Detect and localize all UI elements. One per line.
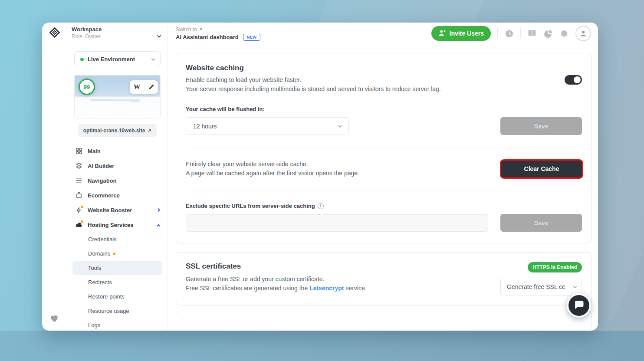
wordpress-admin-button[interactable]: W [130,83,144,91]
cloud-icon [75,221,82,229]
subitem-label: Restore points [88,289,125,304]
feedback-heart-icon[interactable] [48,312,61,326]
divider [520,28,521,39]
caching-toggle[interactable] [565,75,582,85]
site-preview-thumbnail[interactable]: 99 W [74,75,161,118]
ssl-desc-line1: Generate a free SSL or add your custom c… [186,275,367,284]
sidebar-item-navigation[interactable]: Navigation [67,173,168,188]
notification-dot [81,206,83,208]
switch-to-text: Switch to [176,26,197,33]
subitem-label: Logs [88,318,100,331]
sidebar-item-website-booster[interactable]: Website Booster [67,203,168,217]
sidebar-subitem-redirects[interactable]: Redirects [72,275,162,289]
next-card-partial [176,311,592,331]
sidebar-menu: Main AI Builder Navigation [67,144,168,331]
ssl-certificates-card: SSL certificates Generate a free SSL or … [176,252,592,305]
workspace-title: Workspace [72,26,161,33]
external-link-icon [148,127,151,135]
chevron-down-icon [158,32,161,39]
main-content: Website caching Enable caching to load y… [168,44,598,331]
subitem-label: Domains [88,246,110,261]
ai-assistant-dashboard-link[interactable]: AI Assistant dashboard [176,34,239,40]
external-link-icon [199,26,203,33]
sidebar-subitem-domains[interactable]: Domains [72,246,162,261]
exclude-section: Exclude specific URLs from server-side c… [186,203,582,232]
app-window: Workspace Role: Owner Switch to AI Assis… [42,23,598,331]
sidebar-item-ai-builder[interactable]: AI Builder [67,158,168,173]
exclude-urls-input[interactable] [186,214,488,232]
site-domain-link[interactable]: optimal-crane.10web.site [78,124,157,137]
invite-users-button[interactable]: Invite Users [431,26,491,41]
sidebar-item-main[interactable]: Main [67,144,168,158]
switch-to-label: Switch to [176,26,260,33]
clear-desc-line1: Entirely clear your website server-side … [186,160,359,169]
divider [497,28,498,39]
ssl-certificate-select[interactable]: Generate free SSL ce [500,278,582,295]
docs-book-icon[interactable] [527,29,537,38]
main-header: Switch to AI Assistant dashboard NEW [168,23,598,44]
profile-avatar[interactable] [575,26,591,41]
subitem-label: Credentials [88,232,117,246]
invite-user-icon [438,29,446,38]
layers-icon [75,162,82,170]
shopping-bag-icon [75,192,82,199]
ssl-actions: HTTPS Is Enabled Generate free SSL ce [500,262,582,295]
clear-cache-button[interactable]: Clear Cache [501,161,582,177]
sidebar-item-ecommerce[interactable]: Ecommerce [67,188,168,203]
caching-desc-line2: Your server response including multimedi… [186,85,441,94]
info-icon[interactable]: i [318,203,324,209]
quick-actions-box: W [130,80,158,94]
subitem-label: Redirects [88,275,112,289]
sidebar-subitem-credentials[interactable]: Credentials [72,232,162,246]
flush-section: Your cache will be flushed in: 12 hours … [186,106,582,135]
ssl-desc-suffix: service. [344,285,366,292]
sidebar-subitem-logs[interactable]: Logs [72,318,162,331]
sidebar: Live Environment 99 W optimal-crane.10we… [67,44,168,331]
history-clock-icon[interactable] [504,29,514,38]
sidebar-item-label: Hosting Services [88,222,152,228]
sidebar-subitem-restore-points[interactable]: Restore points [72,289,162,304]
exclude-save-button[interactable]: Save [500,214,582,232]
ssl-header: SSL certificates Generate a free SSL or … [186,262,367,295]
workspace-role: Role: Owner [72,33,161,39]
notification-dot [81,220,83,223]
background-band [0,331,644,361]
flush-label: Your cache will be flushed in: [186,106,582,112]
sidebar-subitem-resource-usage[interactable]: Resource usage [72,304,162,318]
divider [186,191,582,191]
ssl-select-value: Generate free SSL ce [507,283,565,290]
environment-label: Live Environment [88,56,152,62]
top-bar: Workspace Role: Owner Switch to AI Assis… [42,23,598,44]
tenweb-logo-icon[interactable] [49,26,61,40]
workspace-switcher[interactable]: Workspace Role: Owner [67,23,168,44]
edit-pencil-icon[interactable] [145,84,158,90]
divider [186,148,582,148]
flush-interval-select[interactable]: 12 hours [186,117,349,135]
flush-save-button[interactable]: Save [500,117,582,135]
chevron-up-icon [157,224,160,228]
domain-text: optimal-crane.10web.site [83,128,145,134]
chevron-right-icon [157,208,160,212]
letsencrypt-link[interactable]: Letsencrypt [309,285,344,292]
clear-desc-line2: A page will be cached again after the fi… [186,169,359,178]
booster-bolt-icon [75,207,82,214]
environment-select[interactable]: Live Environment [74,51,161,67]
new-badge: NEW [243,34,261,41]
menu-lines-icon [75,177,82,184]
notification-dot [113,253,115,255]
usage-pie-icon[interactable] [543,29,553,38]
dashboard-row: AI Assistant dashboard NEW [176,34,260,41]
invite-users-label: Invite Users [450,30,484,37]
caching-header: Website caching Enable caching to load y… [186,64,441,94]
ssl-desc-prefix: Free SSL certificates are generated usin… [186,285,309,292]
sidebar-item-label: Main [88,148,160,154]
support-chat-button[interactable] [567,293,591,318]
caching-desc-line1: Enable caching to load your website fast… [186,75,441,85]
subitem-label: Resource usage [88,304,129,318]
pagespeed-score-badge[interactable]: 99 [79,79,95,95]
sidebar-item-hosting-services[interactable]: Hosting Services [67,217,168,232]
grid-icon [75,148,82,155]
notifications-bell-icon[interactable] [559,29,569,38]
website-caching-card: Website caching Enable caching to load y… [176,53,592,243]
sidebar-subitem-tools[interactable]: Tools [72,261,162,275]
